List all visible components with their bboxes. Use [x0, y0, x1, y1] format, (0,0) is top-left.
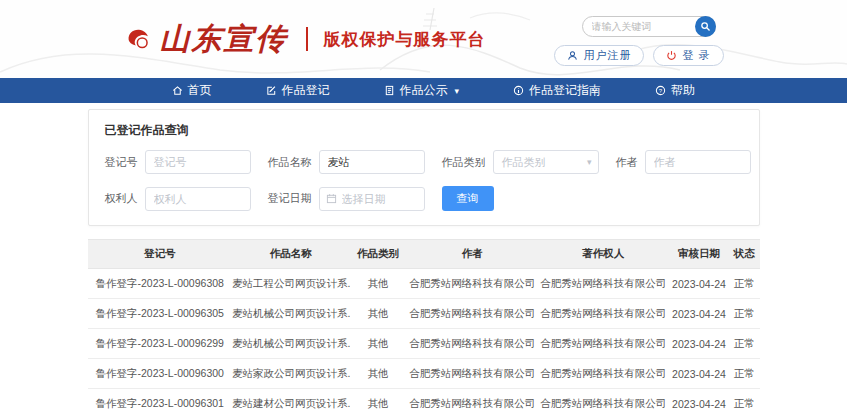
- nav-item-home[interactable]: 首页: [172, 82, 212, 99]
- column-header: 状态: [729, 240, 759, 269]
- table-cell: 麦站机械公司网页设计系...: [232, 329, 350, 359]
- edit-icon: [266, 85, 277, 96]
- field-date: 登记日期: [268, 187, 425, 211]
- table-cell: 鲁作登字-2023-L-00096301: [88, 389, 232, 410]
- table-cell: 鲁作登字-2023-L-00096300: [88, 359, 232, 389]
- chevron-down-icon: ▾: [587, 157, 592, 167]
- help-icon: ?: [655, 85, 666, 96]
- header-right: 用户注册 登 录: [554, 12, 723, 66]
- search-button[interactable]: [695, 16, 716, 37]
- power-icon: [666, 50, 677, 61]
- nav-item-guide[interactable]: 作品登记指南: [513, 82, 601, 99]
- auth-buttons: 用户注册 登 录: [554, 45, 723, 66]
- field-category: 作品类别 作品类别 ▾: [442, 150, 599, 174]
- table-cell: 其他: [350, 329, 407, 359]
- table-cell: 2023-04-24: [669, 329, 729, 359]
- calendar-icon: [326, 193, 337, 204]
- guide-icon: [513, 85, 524, 96]
- table-row[interactable]: 鲁作登字-2023-L-00096299麦站机械公司网页设计系...其他合肥秀站…: [88, 329, 760, 359]
- user-icon: [567, 50, 578, 61]
- table-cell: 正常: [729, 299, 759, 329]
- table-cell: 麦站机械公司网页设计系...: [232, 299, 350, 329]
- table-row[interactable]: 鲁作登字-2023-L-00096308麦站工程公司网页设计系...其他合肥秀站…: [88, 269, 760, 299]
- home-icon: [172, 85, 183, 96]
- table-cell: 合肥秀站网络科技有限公司: [407, 389, 538, 410]
- table-cell: 合肥秀站网络科技有限公司: [538, 269, 669, 299]
- table-row[interactable]: 鲁作登字-2023-L-00096301麦站建材公司网页设计系...其他合肥秀站…: [88, 389, 760, 410]
- category-select-placeholder: 作品类别: [502, 155, 546, 170]
- nav-item-help[interactable]: ?帮助: [655, 82, 695, 99]
- nav-item-register[interactable]: 作品登记: [266, 82, 330, 99]
- table-cell: 其他: [350, 269, 407, 299]
- column-header: 作品类别: [350, 240, 407, 269]
- reg-no-label: 登记号: [105, 155, 138, 170]
- table-cell: 麦站工程公司网页设计系...: [232, 269, 350, 299]
- register-button-label: 用户注册: [583, 48, 631, 63]
- column-header: 著作权人: [538, 240, 669, 269]
- table-cell: 2023-04-24: [669, 389, 729, 410]
- table-body: 鲁作登字-2023-L-00096308麦站工程公司网页设计系...其他合肥秀站…: [88, 269, 760, 410]
- nav-menu: 首页作品登记作品公示▾作品登记指南?帮助: [88, 78, 760, 103]
- table-cell: 鲁作登字-2023-L-00096308: [88, 269, 232, 299]
- brand-logo-text: 山东宣传: [160, 19, 288, 60]
- brand[interactable]: 山东宣传 版权保护与服务平台: [124, 19, 486, 60]
- table-cell: 麦站家政公司网页设计系...: [232, 359, 350, 389]
- table-header-row: 登记号作品名称作品类别作者著作权人审核日期状态: [88, 240, 760, 269]
- login-button-label: 登 录: [682, 48, 710, 63]
- query-panel-title: 已登记作品查询: [105, 122, 743, 139]
- query-panel: 已登记作品查询 登记号 作品名称 作品类别 作品类别 ▾ 作者: [88, 109, 760, 226]
- date-input[interactable]: [342, 193, 418, 205]
- table-cell: 鲁作登字-2023-L-00096305: [88, 299, 232, 329]
- author-label: 作者: [616, 155, 638, 170]
- svg-text:?: ?: [659, 88, 663, 94]
- table-cell: 正常: [729, 329, 759, 359]
- column-header: 审核日期: [669, 240, 729, 269]
- site-title: 版权保护与服务平台: [324, 28, 486, 51]
- table-row[interactable]: 鲁作登字-2023-L-00096305麦站机械公司网页设计系...其他合肥秀站…: [88, 299, 760, 329]
- table-cell: 鲁作登字-2023-L-00096299: [88, 329, 232, 359]
- table-cell: 麦站建材公司网页设计系...: [232, 389, 350, 410]
- main-content: 已登记作品查询 登记号 作品名称 作品类别 作品类别 ▾ 作者: [88, 109, 760, 410]
- nav-item-label: 作品登记: [282, 82, 330, 99]
- login-button[interactable]: 登 录: [653, 45, 723, 66]
- header-search-input[interactable]: [583, 21, 695, 32]
- query-form-row-2: 权利人 登记日期 查询: [105, 186, 743, 211]
- results-table: 登记号作品名称作品类别作者著作权人审核日期状态 鲁作登字-2023-L-0009…: [88, 239, 760, 410]
- nav-item-label: 作品登记指南: [529, 82, 601, 99]
- column-header: 作品名称: [232, 240, 350, 269]
- nav-item-label: 帮助: [671, 82, 695, 99]
- author-input[interactable]: [645, 150, 751, 174]
- date-picker[interactable]: [319, 187, 425, 211]
- nav-item-label: 首页: [188, 82, 212, 99]
- column-header: 作者: [407, 240, 538, 269]
- nav-item-label: 作品公示: [400, 82, 448, 99]
- main-nav: 首页作品登记作品公示▾作品登记指南?帮助: [0, 78, 847, 103]
- owner-input[interactable]: [145, 187, 251, 211]
- table-cell: 2023-04-24: [669, 269, 729, 299]
- category-label: 作品类别: [442, 155, 486, 170]
- register-button[interactable]: 用户注册: [554, 45, 644, 66]
- brand-logo-icon: [124, 26, 152, 52]
- work-name-input[interactable]: [319, 150, 425, 174]
- table-cell: 其他: [350, 359, 407, 389]
- field-reg-no: 登记号: [105, 150, 251, 174]
- nav-item-publicity[interactable]: 作品公示▾: [384, 82, 460, 99]
- table-cell: 正常: [729, 269, 759, 299]
- search-icon: [700, 21, 711, 32]
- work-name-label: 作品名称: [268, 155, 312, 170]
- query-button[interactable]: 查询: [442, 186, 494, 211]
- category-select[interactable]: 作品类别 ▾: [493, 150, 599, 174]
- doc-icon: [384, 85, 395, 96]
- table-cell: 其他: [350, 299, 407, 329]
- table-cell: 合肥秀站网络科技有限公司: [538, 389, 669, 410]
- brand-divider: [306, 27, 308, 51]
- chevron-down-icon: ▾: [455, 86, 460, 96]
- reg-no-input[interactable]: [145, 150, 251, 174]
- table-cell: 2023-04-24: [669, 359, 729, 389]
- field-author: 作者: [616, 150, 751, 174]
- field-work-name: 作品名称: [268, 150, 425, 174]
- field-owner: 权利人: [105, 187, 251, 211]
- table-cell: 其他: [350, 389, 407, 410]
- table-row[interactable]: 鲁作登字-2023-L-00096300麦站家政公司网页设计系...其他合肥秀站…: [88, 359, 760, 389]
- table-cell: 2023-04-24: [669, 299, 729, 329]
